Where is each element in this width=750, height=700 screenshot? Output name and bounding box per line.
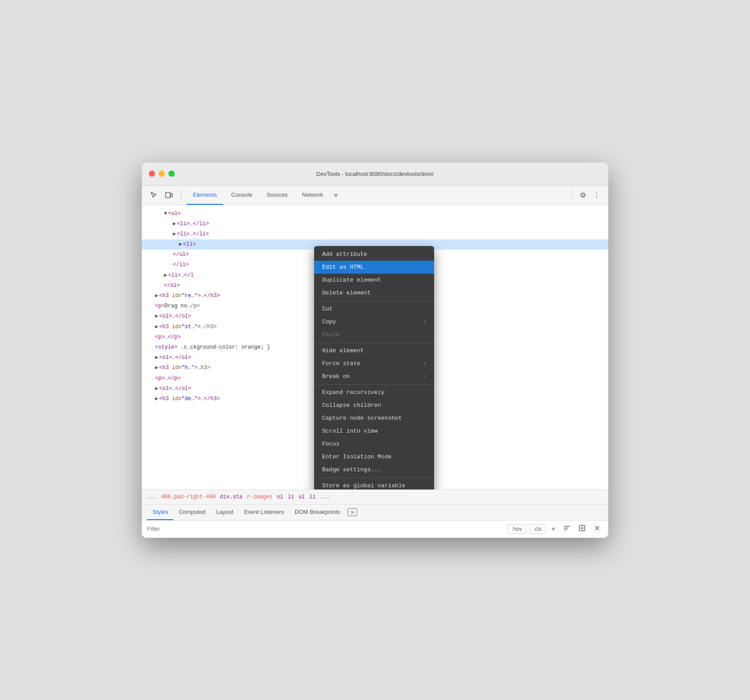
expand-icon[interactable]: ▶: [173, 221, 176, 227]
ctx-add-attribute[interactable]: Add attribute: [314, 248, 434, 261]
ctx-capture-node-screenshot[interactable]: Capture node screenshot: [314, 412, 434, 425]
ctx-badge-settings[interactable]: Badge settings...: [314, 463, 434, 476]
breadcrumb-item[interactable]: li: [307, 493, 317, 501]
panel-tabs: Styles Computed Layout Event Listeners D…: [142, 505, 608, 521]
cls-button[interactable]: .cls: [530, 524, 546, 534]
breadcrumb-item[interactable]: ol: [275, 493, 285, 501]
submenu-arrow-icon: ›: [423, 361, 426, 366]
add-rule-button[interactable]: +: [549, 524, 558, 534]
breadcrumb-item[interactable]: div.sta: [218, 493, 244, 501]
panel-tabs-more-button[interactable]: »: [347, 508, 358, 516]
context-menu-separator: [314, 301, 434, 301]
window-title: DevTools - localhost:8080/docs/devtools/…: [316, 171, 434, 177]
maximize-button[interactable]: [168, 171, 175, 177]
ctx-scroll-into-view[interactable]: Scroll into view: [314, 425, 434, 438]
dom-line: ▶<li>…</li>: [142, 219, 608, 229]
more-options-button[interactable]: ⋮: [590, 188, 603, 202]
ctx-force-state[interactable]: Force state ›: [314, 357, 434, 370]
ctx-edit-as-html[interactable]: Edit as HTML: [314, 261, 434, 274]
context-menu-separator: [314, 342, 434, 343]
toolbar-right: ⚙ ⋮: [568, 188, 603, 202]
devtools-body: ▼<ul> ▶<li>…</li> ▶<li>…</li> … ▶<li> </…: [142, 205, 608, 538]
context-menu-separator: [314, 384, 434, 385]
new-style-rule-button[interactable]: [561, 523, 573, 535]
breadcrumb-item[interactable]: ul: [297, 493, 307, 501]
devtools-toolbar: Elements Console Sources Network » ⚙ ⋮: [142, 186, 608, 205]
expand-icon[interactable]: ▶: [155, 354, 158, 361]
ctx-store-as-global[interactable]: Store as global variable: [314, 479, 434, 489]
tab-elements[interactable]: Elements: [187, 185, 223, 205]
device-toggle-button[interactable]: [162, 188, 176, 202]
hov-button[interactable]: :hov: [508, 524, 526, 534]
expand-icon[interactable]: ▶: [155, 365, 158, 371]
ctx-paste: Paste: [314, 328, 434, 341]
settings-button[interactable]: ⚙: [577, 188, 589, 202]
ctx-expand-recursively[interactable]: Expand recursively: [314, 386, 434, 399]
expand-icon[interactable]: ▶: [155, 313, 158, 319]
dom-line: ▶<li>…</li>: [142, 229, 608, 239]
context-menu-separator: [314, 477, 434, 478]
minimize-button[interactable]: [159, 171, 165, 177]
expand-icon[interactable]: ▶: [155, 293, 158, 299]
panel-tab-dom-breakpoints[interactable]: DOM Breakpoints: [289, 504, 346, 520]
ctx-copy[interactable]: Copy ›: [314, 315, 434, 328]
devtools-window: DevTools - localhost:8080/docs/devtools/…: [142, 163, 608, 538]
ctx-focus[interactable]: Focus: [314, 438, 434, 450]
expand-icon[interactable]: ▶: [155, 396, 158, 402]
ctx-collapse-children[interactable]: Collapse children: [314, 399, 434, 412]
titlebar: DevTools - localhost:8080/docs/devtools/…: [142, 163, 608, 186]
bottom-panel: Styles Computed Layout Event Listeners D…: [142, 505, 608, 538]
breadcrumb-item[interactable]: li: [286, 493, 295, 501]
tab-network[interactable]: Network: [296, 185, 330, 205]
collapse-icon[interactable]: ▼: [164, 211, 167, 217]
inspect-style-button[interactable]: [591, 523, 603, 535]
dom-panel[interactable]: ▼<ul> ▶<li>…</li> ▶<li>…</li> … ▶<li> </…: [142, 205, 608, 489]
ctx-hide-element[interactable]: Hide element: [314, 344, 434, 357]
ctx-enter-isolation-mode[interactable]: Enter Isolation Mode: [314, 450, 434, 463]
panel-tab-computed[interactable]: Computed: [173, 504, 211, 520]
breadcrumb-more[interactable]: ...: [319, 494, 332, 500]
traffic-lights: [149, 171, 175, 177]
ctx-cut[interactable]: Cut: [314, 302, 434, 315]
panel-tab-styles[interactable]: Styles: [147, 504, 173, 520]
svg-rect-0: [166, 192, 170, 198]
element-state-button[interactable]: [576, 523, 588, 535]
svg-rect-1: [171, 194, 172, 197]
toolbar-right-separator: [571, 188, 572, 199]
tab-sources[interactable]: Sources: [260, 185, 294, 205]
dom-line: ▼<ul>: [142, 209, 608, 219]
expand-icon[interactable]: ▶: [164, 272, 167, 278]
more-tabs-button[interactable]: »: [331, 188, 340, 202]
expand-icon[interactable]: ▶: [155, 324, 158, 330]
filter-bar: :hov .cls +: [142, 521, 608, 538]
ctx-delete-element[interactable]: Delete element: [314, 286, 434, 299]
expand-icon[interactable]: ▶: [155, 386, 158, 392]
ctx-break-on[interactable]: Break on ›: [314, 370, 434, 383]
submenu-arrow-icon: ›: [423, 374, 426, 379]
inspect-element-button[interactable]: [147, 188, 160, 202]
panel-tab-event-listeners[interactable]: Event Listeners: [239, 504, 289, 520]
ctx-duplicate-element[interactable]: Duplicate element: [314, 274, 434, 286]
tab-console[interactable]: Console: [225, 185, 259, 205]
submenu-arrow-icon: ›: [423, 319, 426, 324]
breadcrumb-bar: ... 400.pad-right-400 div.sta r-images o…: [142, 489, 608, 505]
filter-input[interactable]: [147, 525, 504, 532]
toolbar-separator: [181, 190, 181, 200]
breadcrumb-item[interactable]: r-images: [245, 493, 274, 501]
breadcrumb-item[interactable]: 400.pad-right-400: [160, 493, 217, 501]
panel-tab-layout[interactable]: Layout: [211, 504, 239, 520]
context-menu: Add attribute Edit as HTML Duplicate ele…: [314, 246, 434, 489]
expand-icon[interactable]: ▶: [179, 241, 182, 247]
expand-icon[interactable]: ▶: [173, 231, 176, 237]
breadcrumb-dots[interactable]: ...: [145, 494, 159, 500]
close-button[interactable]: [149, 171, 155, 177]
